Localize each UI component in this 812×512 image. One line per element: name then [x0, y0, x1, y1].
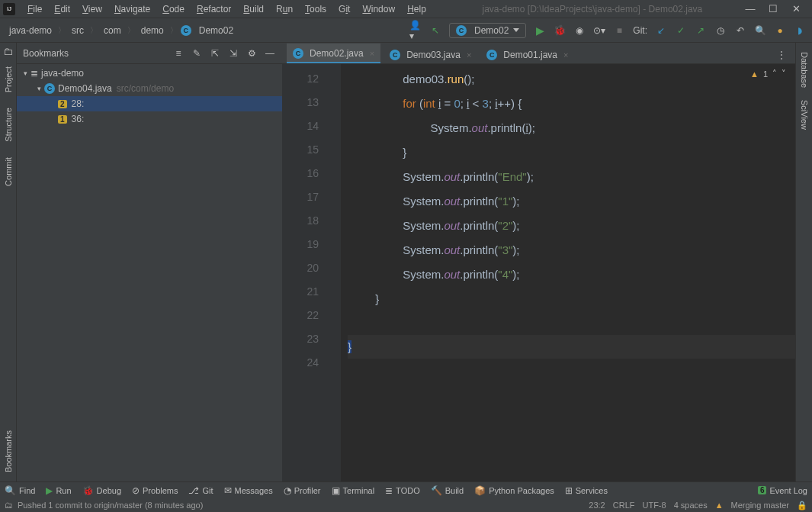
tb-todo[interactable]: ≣TODO [385, 485, 420, 496]
line-number[interactable]: 12 [282, 67, 319, 91]
line-number[interactable]: 16 [282, 162, 319, 185]
line-number[interactable]: 15 [282, 138, 319, 162]
bookmark-item[interactable]: 2 28: [17, 96, 282, 111]
close-tab-icon[interactable]: × [467, 50, 471, 60]
run-button[interactable]: ▶ [534, 24, 546, 37]
tb-profiler[interactable]: ◔Profiler [284, 485, 321, 496]
menu-help[interactable]: Help [401, 2, 432, 17]
folder-icon[interactable]: 🗀 [3, 46, 13, 57]
menu-code[interactable]: Code [156, 2, 191, 17]
menu-refactor[interactable]: Refactor [191, 2, 237, 17]
line-number[interactable]: 24 [282, 351, 319, 375]
line-number[interactable]: 19 [282, 233, 319, 256]
git-push-icon[interactable]: ↗ [695, 24, 707, 37]
git-commit-icon[interactable]: ✓ [675, 24, 687, 37]
lock-icon[interactable]: 🔒 [797, 501, 807, 510]
back-icon[interactable]: ↖ [429, 24, 441, 37]
tool-structure[interactable]: Structure [2, 101, 14, 148]
tool-project[interactable]: Project [2, 60, 14, 98]
hide-panel-icon[interactable]: — [264, 47, 276, 60]
tool-bookmarks[interactable]: Bookmarks [2, 424, 14, 478]
crumb-demo[interactable]: demo [138, 24, 167, 37]
expander-icon[interactable]: ▾ [35, 85, 43, 92]
tb-messages[interactable]: ✉Messages [224, 485, 273, 496]
menu-build[interactable]: Build [237, 2, 270, 17]
close-tab-icon[interactable]: × [563, 50, 568, 60]
line-number[interactable]: 14 [282, 114, 319, 138]
search-everywhere-icon[interactable]: 🔍 [754, 24, 766, 37]
git-branch[interactable]: Merging master [731, 501, 789, 510]
window-maximize-icon[interactable]: ☐ [766, 3, 780, 14]
editor-tab[interactable]: C Demo01.java × [480, 45, 574, 63]
menu-navigate[interactable]: Navigate [108, 2, 156, 17]
tool-database[interactable]: Database [798, 46, 810, 94]
menu-edit[interactable]: Edit [48, 2, 76, 17]
line-number[interactable]: 21 [282, 280, 319, 304]
menu-tools[interactable]: Tools [299, 2, 332, 17]
tb-problems[interactable]: ⊘Problems [132, 485, 178, 496]
git-update-icon[interactable]: ↙ [655, 24, 667, 37]
menu-run[interactable]: Run [270, 2, 299, 17]
git-history-icon[interactable]: ◷ [714, 24, 727, 37]
inspection-widget[interactable]: ▲ 1 ˄ ˅ [750, 69, 786, 79]
line-separator[interactable]: CRLF [613, 501, 635, 510]
menu-git[interactable]: Git [332, 2, 356, 17]
tree-root[interactable]: ▾ ≣ java-demo [17, 66, 282, 81]
tb-build[interactable]: 🔨Build [431, 485, 464, 496]
gutter-icons[interactable] [326, 64, 342, 481]
tb-git[interactable]: ⎇Git [188, 485, 213, 496]
chevron-up-icon[interactable]: ˄ [772, 69, 777, 79]
coverage-button[interactable]: ◉ [573, 24, 586, 37]
line-number[interactable]: 17 [282, 185, 319, 209]
line-number[interactable]: 23 [282, 327, 319, 351]
crumb-project[interactable]: java-demo [6, 24, 55, 37]
expander-icon[interactable]: ▾ [21, 69, 29, 77]
user-icon[interactable]: 👤▾ [409, 24, 422, 37]
vcs-status-text[interactable]: Pushed 1 commit to origin/master (8 minu… [18, 501, 203, 510]
line-number[interactable]: 18 [282, 209, 319, 233]
tab-more-icon[interactable]: ⋮ [771, 47, 792, 63]
expand-all-icon[interactable]: ⇱ [209, 47, 221, 60]
filter-icon[interactable]: ≡ [172, 47, 185, 60]
menu-window[interactable]: Window [356, 2, 401, 17]
gear-icon[interactable]: ⚙ [246, 47, 258, 60]
vcs-status-icon[interactable]: 🗂 [5, 501, 13, 510]
ide-updates-icon[interactable]: ◗ [794, 24, 806, 37]
chevron-down-icon[interactable]: ˅ [782, 69, 786, 79]
tb-python[interactable]: 📦Python Packages [474, 485, 554, 496]
window-minimize-icon[interactable]: — [743, 3, 757, 14]
tree-file[interactable]: ▾ C Demo04.java src/com/demo [17, 81, 282, 96]
run-config-select[interactable]: C Demo02 [449, 23, 526, 38]
tb-eventlog[interactable]: 6Event Log [758, 486, 807, 495]
tb-debug[interactable]: 🐞Debug [82, 485, 121, 496]
debug-button[interactable]: 🐞 [554, 24, 566, 37]
line-number[interactable]: 20 [282, 256, 319, 280]
crumb-com[interactable]: com [101, 24, 124, 37]
tb-find[interactable]: 🔍Find [5, 485, 35, 496]
caret-position[interactable]: 23:2 [589, 501, 605, 510]
stop-button[interactable]: ■ [613, 24, 625, 37]
tb-terminal[interactable]: ▣Terminal [332, 485, 375, 496]
line-number[interactable]: 22 [282, 304, 319, 327]
code-content[interactable]: demo03.run(); for (int i = 0; i < 3; i++… [342, 64, 795, 481]
tool-sciview[interactable]: SciView [798, 94, 810, 136]
line-number-gutter[interactable]: 12 13 14 15 16 17 18 19 20 21 22 23 24 [282, 64, 326, 481]
editor-body[interactable]: 12 13 14 15 16 17 18 19 20 21 22 23 24 d… [282, 64, 795, 481]
menu-view[interactable]: View [76, 2, 108, 17]
bookmark-item[interactable]: 1 36: [17, 111, 282, 127]
editor-tab[interactable]: C Demo02.java × [287, 43, 380, 63]
menu-file[interactable]: File [21, 2, 48, 17]
tb-run[interactable]: ▶Run [46, 485, 71, 496]
close-tab-icon[interactable]: × [370, 49, 374, 58]
profile-button[interactable]: ⊙▾ [593, 24, 605, 37]
file-encoding[interactable]: UTF-8 [642, 501, 666, 510]
tb-services[interactable]: ⊞Services [565, 485, 608, 496]
window-close-icon[interactable]: ✕ [789, 3, 803, 14]
editor-tab[interactable]: C Demo03.java × [384, 45, 477, 63]
indent-info[interactable]: 4 spaces [674, 501, 708, 510]
collapse-all-icon[interactable]: ⇲ [227, 47, 239, 60]
crumb-class[interactable]: Demo02 [196, 24, 236, 37]
crumb-src[interactable]: src [69, 24, 87, 37]
ide-notifications-icon[interactable]: ● [774, 24, 786, 37]
edit-icon[interactable]: ✎ [191, 47, 203, 60]
